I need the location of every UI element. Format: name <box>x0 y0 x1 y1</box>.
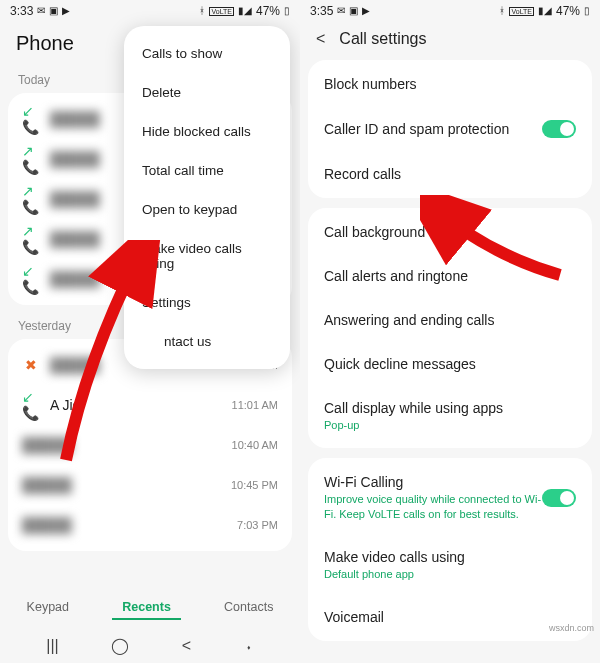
menu-total-call-time[interactable]: Total call time <box>124 151 290 190</box>
nav-recents-icon[interactable]: ||| <box>46 637 58 655</box>
menu-calls-to-show[interactable]: Calls to show <box>124 34 290 73</box>
volte-icon: VoLTE <box>509 7 534 16</box>
settings-group: Wi-Fi Calling Improve voice quality whil… <box>308 458 592 641</box>
vid-icon: ▶ <box>362 6 370 16</box>
nav-home-icon[interactable]: ◯ <box>111 636 129 655</box>
status-bar: 3:35 ✉ ▣ ▶ ᚼ VoLTE ▮◢ 47% ▯ <box>300 0 600 20</box>
menu-open-to-keypad[interactable]: Open to keypad <box>124 190 290 229</box>
setting-wifi-calling[interactable]: Wi-Fi Calling Improve voice quality whil… <box>308 460 592 535</box>
menu-hide-blocked[interactable]: Hide blocked calls <box>124 112 290 151</box>
contact-name: A Jio <box>50 397 80 413</box>
incoming-call-icon: ↙📞 <box>22 396 40 414</box>
contact-icon: ✖ <box>22 356 40 374</box>
contact-name-blurred: █████ <box>22 437 222 453</box>
call-time: 7:03 PM <box>237 519 278 531</box>
settings-group: Call background Call alerts and ringtone… <box>308 208 592 448</box>
msg-icon: ✉ <box>337 6 345 16</box>
setting-block-numbers[interactable]: Block numbers <box>308 62 592 106</box>
battery-icon: ▯ <box>584 6 590 16</box>
img-icon: ▣ <box>49 6 58 16</box>
nav-back-icon[interactable]: < <box>182 637 191 655</box>
call-time: 10:45 PM <box>231 479 278 491</box>
call-time: 10:40 AM <box>232 439 278 451</box>
contact-name-blurred: █████ <box>22 517 227 533</box>
setting-answering[interactable]: Answering and ending calls <box>308 298 592 342</box>
msg-icon: ✉ <box>37 6 45 16</box>
call-settings-screen: 3:35 ✉ ▣ ▶ ᚼ VoLTE ▮◢ 47% ▯ < Call setti… <box>300 0 600 663</box>
setting-subtitle: Pop-up <box>324 418 576 432</box>
call-row[interactable]: ↙📞 A Jio 11:01 AM <box>8 385 292 425</box>
signal-icon: ▮◢ <box>238 6 252 16</box>
call-time: 11:01 AM <box>232 399 278 411</box>
call-row[interactable]: █████ 7:03 PM <box>8 505 292 545</box>
status-time: 3:33 <box>10 4 33 18</box>
setting-subtitle: Default phone app <box>324 567 576 581</box>
call-row[interactable]: █████ 10:45 PM <box>8 465 292 505</box>
contact-name-blurred: █████ <box>22 477 221 493</box>
vid-icon: ▶ <box>62 6 70 16</box>
settings-group: Block numbers Caller ID and spam protect… <box>308 60 592 198</box>
img-icon: ▣ <box>349 6 358 16</box>
status-bar: 3:33 ✉ ▣ ▶ ᚼ VoLTE ▮◢ 47% ▯ <box>0 0 300 20</box>
status-time: 3:35 <box>310 4 333 18</box>
outgoing-call-icon: ↗📞 <box>22 230 40 248</box>
menu-settings[interactable]: Settings <box>124 283 290 322</box>
outgoing-call-icon: ↗📞 <box>22 150 40 168</box>
nav-accessibility-icon[interactable]: ⬪ <box>244 637 254 655</box>
setting-caller-id[interactable]: Caller ID and spam protection <box>308 106 592 152</box>
tab-contacts[interactable]: Contacts <box>214 596 283 620</box>
tab-recents[interactable]: Recents <box>112 596 181 620</box>
bluetooth-icon: ᚼ <box>499 6 505 16</box>
settings-header: < Call settings <box>300 20 600 60</box>
setting-call-alerts[interactable]: Call alerts and ringtone <box>308 254 592 298</box>
yesterday-card: ✖ █████ 12:57 PM ↙📞 A Jio 11:01 AM █████… <box>8 339 292 551</box>
toggle-wifi-calling[interactable] <box>542 489 576 507</box>
menu-delete[interactable]: Delete <box>124 73 290 112</box>
signal-icon: ▮◢ <box>538 6 552 16</box>
setting-video-calls[interactable]: Make video calls using Default phone app <box>308 535 592 595</box>
tab-keypad[interactable]: Keypad <box>17 596 79 620</box>
incoming-call-icon: ↙📞 <box>22 110 40 128</box>
overflow-menu: Calls to show Delete Hide blocked calls … <box>124 26 290 369</box>
battery-text: 47% <box>556 4 580 18</box>
setting-call-display[interactable]: Call display while using apps Pop-up <box>308 386 592 446</box>
android-navbar: ||| ◯ < ⬪ <box>0 626 300 663</box>
battery-icon: ▯ <box>284 6 290 16</box>
toggle-caller-id[interactable] <box>542 120 576 138</box>
setting-subtitle: Improve voice quality while connected to… <box>324 492 542 521</box>
setting-quick-decline[interactable]: Quick decline messages <box>308 342 592 386</box>
menu-contact-us[interactable]: ntact us <box>124 322 290 361</box>
phone-recents-screen: 3:33 ✉ ▣ ▶ ᚼ VoLTE ▮◢ 47% ▯ Phone Today … <box>0 0 300 663</box>
setting-record-calls[interactable]: Record calls <box>308 152 592 196</box>
back-icon[interactable]: < <box>316 30 325 48</box>
watermark: wsxdn.com <box>549 623 594 633</box>
setting-call-background[interactable]: Call background <box>308 210 592 254</box>
outgoing-call-icon: ↗📞 <box>22 190 40 208</box>
page-title: Call settings <box>339 30 426 48</box>
incoming-call-icon: ↙📞 <box>22 270 40 288</box>
bottom-tabs: Keypad Recents Contacts <box>0 586 300 626</box>
volte-icon: VoLTE <box>209 7 234 16</box>
battery-text: 47% <box>256 4 280 18</box>
bluetooth-icon: ᚼ <box>199 6 205 16</box>
menu-make-video-calls[interactable]: Make video calls using <box>124 229 290 283</box>
call-row[interactable]: █████ 10:40 AM <box>8 425 292 465</box>
